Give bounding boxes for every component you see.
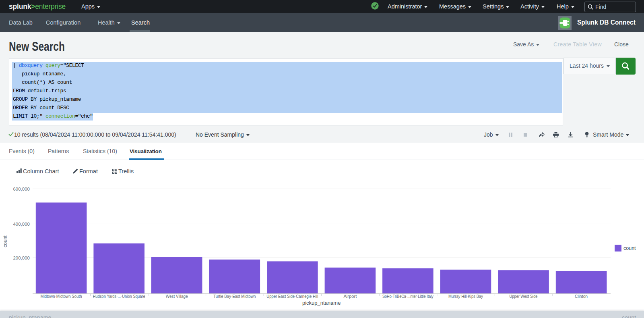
svg-text:Hudson Yards-...-Union Square: Hudson Yards-...-Union Square [93, 294, 145, 299]
svg-text:Airport: Airport [343, 294, 357, 299]
svg-text:count: count [2, 235, 8, 247]
svg-text:Murray Hill-Kips Bay: Murray Hill-Kips Bay [448, 294, 483, 299]
svg-text:Midtown-Midtown South: Midtown-Midtown South [41, 294, 82, 299]
svg-text:400,000: 400,000 [13, 222, 30, 227]
svg-text:Clinton: Clinton [575, 294, 588, 299]
svg-text:West Village: West Village [166, 294, 188, 299]
svg-text:SoHo-TriBeCa-...nter-Little It: SoHo-TriBeCa-...nter-Little Italy [382, 294, 433, 299]
svg-text:Upper West Side: Upper West Side [510, 294, 538, 299]
svg-text:Upper East Side-Carnegie Hill: Upper East Side-Carnegie Hill [266, 294, 318, 299]
svg-text:600,000: 600,000 [13, 187, 30, 191]
svg-text:200,000: 200,000 [13, 256, 30, 260]
svg-text:pickup_ntaname: pickup_ntaname [302, 300, 341, 306]
svg-text:Turtle Bay-East Midtown: Turtle Bay-East Midtown [213, 294, 256, 299]
svg-text:count: count [623, 245, 636, 251]
